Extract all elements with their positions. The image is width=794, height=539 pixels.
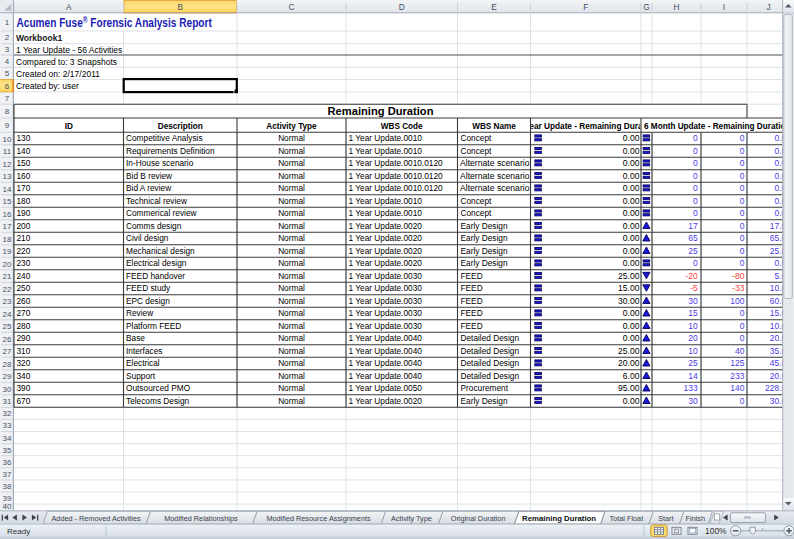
svg-text:1 Year Update.0010: 1 Year Update.0010: [349, 196, 423, 206]
svg-text:1 Year Update.0030: 1 Year Update.0030: [349, 283, 423, 293]
svg-text:1 Year Update.0020: 1 Year Update.0020: [349, 233, 423, 243]
svg-text:210: 210: [17, 233, 31, 243]
svg-text:-5: -5: [690, 283, 698, 293]
svg-text:320: 320: [17, 358, 31, 368]
svg-text:-33: -33: [732, 283, 745, 293]
svg-text:20: 20: [688, 333, 698, 343]
svg-text:0: 0: [740, 233, 745, 243]
svg-text:7: 7: [5, 94, 10, 103]
svg-text:30: 30: [3, 385, 12, 394]
svg-text:19: 19: [3, 247, 12, 256]
svg-text:270: 270: [17, 308, 31, 318]
svg-text:13: 13: [3, 172, 12, 181]
svg-text:FEED handover: FEED handover: [126, 271, 185, 281]
svg-text:26: 26: [3, 335, 12, 344]
svg-text:Bid A review: Bid A review: [126, 183, 172, 193]
svg-text:Concept: Concept: [461, 146, 493, 156]
svg-text:0: 0: [740, 321, 745, 331]
svg-text:Procurement: Procurement: [461, 383, 509, 393]
svg-text:G: G: [643, 2, 649, 12]
svg-text:Concept: Concept: [461, 133, 493, 143]
svg-text:1 Year Update.0050: 1 Year Update.0050: [349, 383, 423, 393]
svg-text:Normal: Normal: [278, 133, 305, 143]
svg-text:290: 290: [17, 333, 31, 343]
svg-text:Detailed Design: Detailed Design: [461, 358, 520, 368]
svg-text:Normal: Normal: [278, 358, 305, 368]
svg-text:Alternate scenario: Alternate scenario: [460, 183, 530, 193]
svg-text:25: 25: [3, 322, 12, 331]
svg-text:8: 8: [5, 107, 10, 116]
svg-text:12: 12: [3, 160, 12, 169]
svg-text:1 Year Update.0020: 1 Year Update.0020: [349, 221, 423, 231]
svg-text:1 Year Update.0040: 1 Year Update.0040: [349, 333, 423, 343]
svg-text:0: 0: [693, 158, 698, 168]
svg-text:1 Year Update.0040: 1 Year Update.0040: [349, 346, 423, 356]
svg-text:0: 0: [740, 396, 745, 406]
svg-text:30.00: 30.00: [618, 296, 640, 306]
svg-text:34: 34: [3, 434, 12, 443]
svg-text:Acumen Fuse® Forensic Analysis: Acumen Fuse® Forensic Analysis Report: [17, 15, 212, 31]
svg-text:EPC design: EPC design: [126, 296, 170, 306]
svg-text:0: 0: [740, 171, 745, 181]
svg-text:Comms design: Comms design: [126, 221, 182, 231]
svg-text:30: 30: [688, 396, 698, 406]
svg-text:250: 250: [17, 283, 31, 293]
svg-text:24: 24: [3, 310, 12, 319]
svg-text:0.00: 0.00: [623, 183, 640, 193]
svg-text:40: 40: [735, 346, 745, 356]
svg-text:15.00: 15.00: [618, 283, 640, 293]
svg-text:Normal: Normal: [278, 221, 305, 231]
svg-text:In-House scenario: In-House scenario: [126, 158, 194, 168]
svg-text:170: 170: [17, 183, 31, 193]
svg-text:Outsourced PMO: Outsourced PMO: [126, 383, 191, 393]
svg-text:WBS Name: WBS Name: [472, 122, 516, 131]
svg-text:Normal: Normal: [278, 296, 305, 306]
svg-text:130: 130: [17, 133, 31, 143]
svg-text:23: 23: [3, 297, 12, 306]
svg-text:H: H: [674, 2, 680, 12]
svg-text:Start: Start: [658, 514, 673, 523]
svg-text:Created on: 2/17/2011: Created on: 2/17/2011: [16, 69, 100, 79]
svg-text:-80: -80: [732, 271, 745, 281]
svg-text:230: 230: [17, 258, 31, 268]
svg-text:1 Year Update.0010.0120: 1 Year Update.0010.0120: [349, 171, 444, 181]
svg-text:125: 125: [730, 358, 744, 368]
svg-text:Description: Description: [158, 122, 203, 131]
svg-text:1 Year Update.0010.0120: 1 Year Update.0010.0120: [349, 183, 444, 193]
svg-text:280: 280: [17, 321, 31, 331]
svg-text:Normal: Normal: [278, 383, 305, 393]
svg-text:0.00: 0.00: [623, 208, 640, 218]
svg-text:Total Float: Total Float: [610, 514, 644, 523]
svg-text:FEED study: FEED study: [126, 283, 171, 293]
svg-text:31: 31: [3, 397, 12, 406]
svg-text:260: 260: [17, 296, 31, 306]
svg-text:37: 37: [3, 470, 12, 479]
svg-text:0.00: 0.00: [623, 258, 640, 268]
svg-text:310: 310: [17, 346, 31, 356]
svg-text:Early Design: Early Design: [461, 246, 508, 256]
svg-text:0.00: 0.00: [623, 246, 640, 256]
svg-text:Normal: Normal: [278, 233, 305, 243]
svg-text:1 Year Update.0040: 1 Year Update.0040: [349, 371, 423, 381]
svg-text:Electrical: Electrical: [126, 358, 160, 368]
svg-text:Modified Relationships: Modified Relationships: [164, 514, 238, 523]
svg-text:25.00: 25.00: [618, 346, 640, 356]
svg-text:14: 14: [3, 185, 12, 194]
svg-text:17: 17: [688, 221, 698, 231]
svg-text:0: 0: [740, 308, 745, 318]
svg-text:Concept: Concept: [461, 208, 493, 218]
svg-text:21: 21: [3, 272, 12, 281]
svg-text:20: 20: [3, 260, 12, 269]
svg-text:Technical review: Technical review: [126, 196, 188, 206]
svg-text:95.00: 95.00: [618, 383, 640, 393]
svg-text:-20: -20: [686, 271, 699, 281]
svg-text:Normal: Normal: [278, 308, 305, 318]
svg-text:0: 0: [740, 133, 745, 143]
svg-text:5: 5: [5, 69, 10, 78]
svg-text:0: 0: [740, 221, 745, 231]
svg-text:9: 9: [5, 121, 10, 130]
svg-text:11: 11: [3, 147, 12, 156]
svg-text:Activity Type: Activity Type: [391, 514, 432, 523]
svg-text:22: 22: [3, 285, 12, 294]
svg-text:670: 670: [17, 396, 31, 406]
